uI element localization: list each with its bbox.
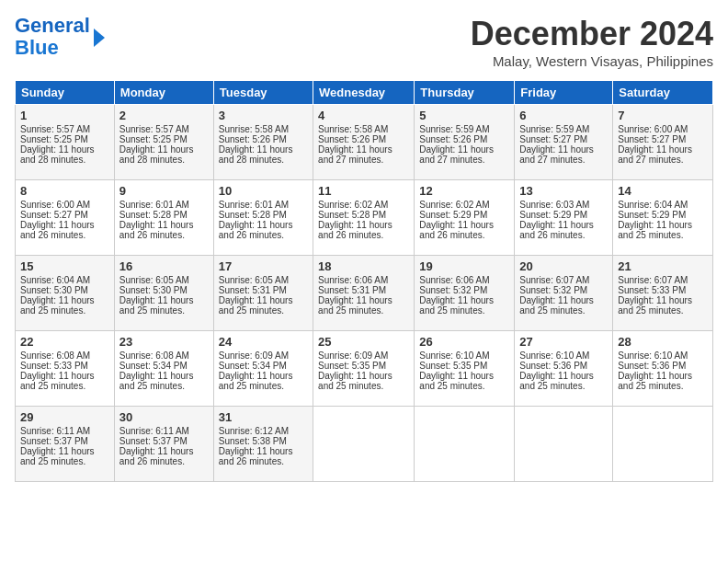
- day-number: 2: [119, 109, 209, 122]
- calendar-cell: 6 Sunrise: 5:59 AM Sunset: 5:27 PM Dayli…: [515, 105, 613, 180]
- sunset-label: Sunset: 5:33 PM: [618, 285, 686, 295]
- calendar-cell: 19 Sunrise: 6:06 AM Sunset: 5:32 PM Dayl…: [415, 256, 515, 331]
- sunrise-label: Sunrise: 6:01 AM: [119, 200, 189, 210]
- sunrise-label: Sunrise: 6:11 AM: [119, 426, 189, 436]
- day-number: 21: [618, 259, 708, 273]
- day-number: 17: [219, 259, 308, 273]
- daylight-label: Daylight: 11 hours and 25 minutes.: [519, 295, 594, 316]
- sunset-label: Sunset: 5:31 PM: [318, 285, 386, 295]
- sunrise-label: Sunrise: 6:09 AM: [318, 350, 388, 361]
- weekday-header: Wednesday: [313, 81, 415, 105]
- weekday-header: Friday: [515, 81, 613, 105]
- sunrise-label: Sunrise: 5:57 AM: [119, 124, 189, 134]
- sunrise-label: Sunrise: 5:57 AM: [20, 124, 90, 134]
- daylight-label: Daylight: 11 hours and 26 minutes.: [119, 446, 194, 466]
- calendar-cell: 28 Sunrise: 6:10 AM Sunset: 5:36 PM Dayl…: [613, 331, 713, 407]
- calendar-cell: 18 Sunrise: 6:06 AM Sunset: 5:31 PM Dayl…: [313, 256, 415, 331]
- sunset-label: Sunset: 5:34 PM: [119, 361, 188, 371]
- sunrise-label: Sunrise: 5:58 AM: [318, 124, 388, 134]
- daylight-label: Daylight: 11 hours and 25 minutes.: [618, 295, 692, 316]
- sunset-label: Sunset: 5:37 PM: [20, 436, 88, 446]
- logo: GeneralBlue: [15, 15, 105, 59]
- sunset-label: Sunset: 5:36 PM: [618, 361, 686, 371]
- daylight-label: Daylight: 11 hours and 25 minutes.: [419, 295, 494, 316]
- calendar-week-row: 15 Sunrise: 6:04 AM Sunset: 5:30 PM Dayl…: [16, 256, 713, 331]
- calendar-cell: 3 Sunrise: 5:58 AM Sunset: 5:26 PM Dayli…: [213, 105, 313, 180]
- daylight-label: Daylight: 11 hours and 25 minutes.: [20, 295, 95, 316]
- calendar-cell: 9 Sunrise: 6:01 AM Sunset: 5:28 PM Dayli…: [114, 180, 213, 256]
- daylight-label: Daylight: 11 hours and 28 minutes.: [119, 144, 194, 165]
- day-number: 11: [318, 184, 409, 198]
- calendar-cell: [313, 407, 415, 482]
- day-number: 8: [20, 184, 109, 198]
- calendar-cell: 25 Sunrise: 6:09 AM Sunset: 5:35 PM Dayl…: [313, 331, 415, 407]
- sunrise-label: Sunrise: 6:01 AM: [219, 200, 289, 210]
- calendar-cell: 16 Sunrise: 6:05 AM Sunset: 5:30 PM Dayl…: [114, 256, 213, 331]
- calendar-week-row: 8 Sunrise: 6:00 AM Sunset: 5:27 PM Dayli…: [16, 180, 713, 256]
- sunrise-label: Sunrise: 6:05 AM: [219, 275, 289, 285]
- day-number: 24: [219, 335, 308, 349]
- daylight-label: Daylight: 11 hours and 27 minutes.: [419, 144, 494, 165]
- sunset-label: Sunset: 5:28 PM: [318, 210, 386, 220]
- day-number: 29: [20, 410, 109, 424]
- calendar-cell: 30 Sunrise: 6:11 AM Sunset: 5:37 PM Dayl…: [114, 407, 213, 482]
- daylight-label: Daylight: 11 hours and 27 minutes.: [618, 144, 692, 165]
- calendar-cell: 12 Sunrise: 6:02 AM Sunset: 5:29 PM Dayl…: [415, 180, 515, 256]
- sunset-label: Sunset: 5:28 PM: [219, 210, 287, 220]
- day-number: 9: [119, 184, 209, 198]
- calendar-cell: 17 Sunrise: 6:05 AM Sunset: 5:31 PM Dayl…: [213, 256, 313, 331]
- weekday-header: Thursday: [415, 81, 515, 105]
- month-title: December 2024: [471, 15, 713, 53]
- weekday-header: Tuesday: [213, 81, 313, 105]
- calendar-cell: 13 Sunrise: 6:03 AM Sunset: 5:29 PM Dayl…: [515, 180, 613, 256]
- sunrise-label: Sunrise: 6:08 AM: [119, 350, 189, 361]
- sunrise-label: Sunrise: 6:00 AM: [20, 200, 90, 210]
- sunset-label: Sunset: 5:31 PM: [219, 285, 287, 295]
- day-number: 6: [519, 109, 608, 122]
- calendar-cell: 14 Sunrise: 6:04 AM Sunset: 5:29 PM Dayl…: [613, 180, 713, 256]
- day-number: 22: [20, 335, 109, 349]
- day-number: 12: [419, 184, 509, 198]
- sunset-label: Sunset: 5:32 PM: [519, 285, 587, 295]
- sunrise-label: Sunrise: 5:59 AM: [519, 124, 589, 134]
- daylight-label: Daylight: 11 hours and 26 minutes.: [20, 220, 95, 240]
- sunset-label: Sunset: 5:27 PM: [20, 210, 88, 220]
- calendar-cell: 26 Sunrise: 6:10 AM Sunset: 5:35 PM Dayl…: [415, 331, 515, 407]
- day-number: 3: [219, 109, 308, 122]
- day-number: 25: [318, 335, 409, 349]
- daylight-label: Daylight: 11 hours and 25 minutes.: [419, 371, 494, 391]
- daylight-label: Daylight: 11 hours and 25 minutes.: [318, 295, 392, 316]
- sunset-label: Sunset: 5:29 PM: [618, 210, 686, 220]
- sunrise-label: Sunrise: 6:04 AM: [20, 275, 90, 285]
- calendar-cell: 10 Sunrise: 6:01 AM Sunset: 5:28 PM Dayl…: [213, 180, 313, 256]
- sunrise-label: Sunrise: 6:04 AM: [618, 200, 688, 210]
- sunrise-label: Sunrise: 6:02 AM: [419, 200, 489, 210]
- calendar-cell: 11 Sunrise: 6:02 AM Sunset: 5:28 PM Dayl…: [313, 180, 415, 256]
- sunrise-label: Sunrise: 5:59 AM: [419, 124, 489, 134]
- sunset-label: Sunset: 5:25 PM: [119, 134, 188, 144]
- daylight-label: Daylight: 11 hours and 25 minutes.: [219, 295, 293, 316]
- calendar-cell: 29 Sunrise: 6:11 AM Sunset: 5:37 PM Dayl…: [16, 407, 115, 482]
- calendar-cell: 1 Sunrise: 5:57 AM Sunset: 5:25 PM Dayli…: [16, 105, 115, 180]
- day-number: 1: [20, 109, 109, 122]
- day-number: 28: [618, 335, 708, 349]
- daylight-label: Daylight: 11 hours and 28 minutes.: [20, 144, 95, 165]
- sunset-label: Sunset: 5:38 PM: [219, 436, 287, 446]
- day-number: 27: [519, 335, 608, 349]
- day-number: 26: [419, 335, 509, 349]
- day-number: 10: [219, 184, 308, 198]
- sunset-label: Sunset: 5:29 PM: [519, 210, 587, 220]
- logo-text: GeneralBlue: [15, 15, 90, 59]
- calendar-cell: 31 Sunrise: 6:12 AM Sunset: 5:38 PM Dayl…: [213, 407, 313, 482]
- calendar-table: SundayMondayTuesdayWednesdayThursdayFrid…: [15, 80, 713, 482]
- daylight-label: Daylight: 11 hours and 25 minutes.: [618, 371, 692, 391]
- weekday-header: Saturday: [613, 81, 713, 105]
- sunrise-label: Sunrise: 6:05 AM: [119, 275, 189, 285]
- day-number: 19: [419, 259, 509, 273]
- sunset-label: Sunset: 5:28 PM: [119, 210, 188, 220]
- sunset-label: Sunset: 5:26 PM: [318, 134, 386, 144]
- location-title: Malay, Western Visayas, Philippines: [471, 53, 713, 69]
- daylight-label: Daylight: 11 hours and 25 minutes.: [318, 371, 392, 391]
- daylight-label: Daylight: 11 hours and 28 minutes.: [219, 144, 293, 165]
- sunset-label: Sunset: 5:26 PM: [219, 134, 287, 144]
